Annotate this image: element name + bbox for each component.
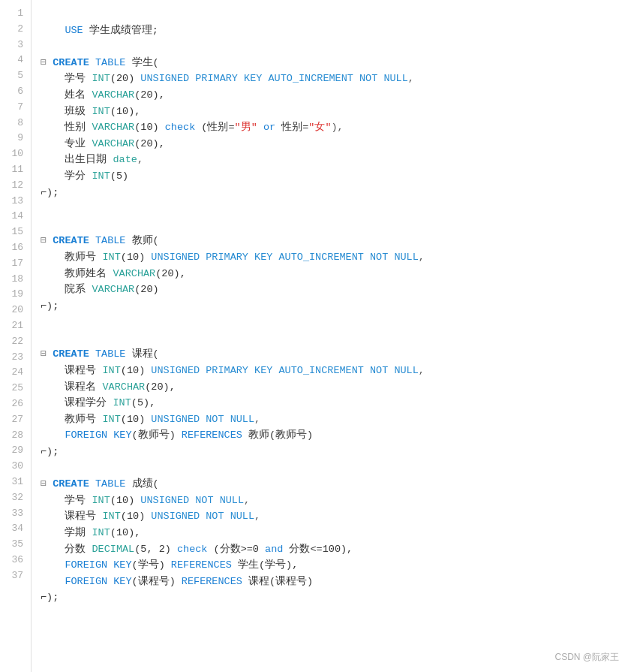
code-segment: (10) [110, 495, 141, 506]
code-segment: ⌐); [41, 592, 59, 603]
code-segment: TABLE [95, 348, 126, 360]
line-number: 11 [6, 162, 23, 178]
line-number: 26 [6, 396, 23, 412]
code-segment[interactable]: ⊟ [41, 235, 53, 246]
code-segment: VARCHAR [113, 268, 156, 279]
code-segment [41, 429, 65, 441]
line-number: 28 [6, 428, 23, 444]
code-segment: (20) [110, 73, 141, 84]
code-segment[interactable]: ⊟ [41, 348, 53, 360]
line-number: 34 [6, 521, 23, 537]
line-number: 23 [6, 350, 23, 366]
code-segment: (10) [121, 414, 152, 425]
line-number: 32 [6, 490, 23, 506]
code-segment: , [408, 73, 414, 84]
code-segment: (20), [134, 89, 165, 101]
code-segment [89, 57, 95, 68]
code-segment: 教师(教师号) [242, 429, 313, 441]
line-number: 25 [6, 381, 23, 396]
code-segment: 课程号 [41, 511, 103, 522]
code-segment: 成绩( [125, 478, 158, 490]
code-segment: (20), [155, 268, 186, 279]
line-number: 37 [6, 568, 23, 584]
code-segment: "女" [308, 122, 331, 133]
code-segment: 性别 [41, 122, 92, 133]
line-number: 8 [6, 116, 23, 131]
code-segment: INT [103, 252, 121, 263]
code-segment: 教师号 [41, 414, 103, 425]
code-segment: , [137, 154, 143, 165]
line-number: 14 [6, 209, 23, 225]
code-line: ⊟ CREATE TABLE 成绩( [41, 476, 631, 493]
code-segment: 学期 [41, 527, 92, 538]
code-segment: date [113, 154, 137, 165]
code-line: 学分 INT(5) [41, 168, 631, 185]
code-segment: VARCHAR [92, 138, 135, 149]
code-segment: DECIMAL [92, 544, 135, 555]
code-segment: UNSIGNED PRIMARY KEY AUTO_INCREMENT NOT … [151, 365, 418, 376]
line-number: 5 [6, 68, 23, 84]
code-line: ⌐); [41, 444, 631, 460]
code-segment: ), [332, 122, 344, 133]
line-number: 35 [6, 537, 23, 553]
line-number: 2 [6, 22, 23, 38]
line-number: 16 [6, 240, 23, 256]
code-segment: 学号 [41, 495, 92, 506]
code-line: 专业 VARCHAR(20), [41, 136, 631, 152]
code-segment: 课程号 [41, 365, 103, 376]
code-segment: 教师( [125, 235, 158, 246]
code-segment: check [177, 544, 208, 555]
line-number: 27 [6, 412, 23, 428]
line-number: 15 [6, 225, 23, 240]
line-number: 24 [6, 365, 23, 381]
code-segment: (5) [110, 170, 128, 182]
code-line: ⊟ CREATE TABLE 课程( [41, 346, 631, 363]
code-line [41, 6, 631, 23]
code-segment [89, 235, 95, 246]
code-segment: (分数>=0 [207, 544, 265, 555]
code-area: USE 学生成绩管理; ⊟ CREATE TABLE 学生( 学号 INT(20… [32, 0, 631, 672]
code-line: ⌐); [41, 298, 631, 315]
code-segment[interactable]: ⊟ [41, 478, 53, 490]
code-segment [41, 25, 65, 36]
code-segment: ⌐); [41, 446, 59, 457]
code-segment: (5, 2) [134, 544, 177, 555]
code-segment: check [165, 122, 196, 133]
code-segment: 学生成绩管理; [83, 25, 158, 36]
code-segment: (教师号) [132, 429, 182, 441]
code-line: 院系 VARCHAR(20) [41, 282, 631, 298]
code-segment: (学号) [132, 559, 171, 571]
code-line: 班级 INT(10), [41, 104, 631, 120]
line-number: 9 [6, 131, 23, 146]
code-line: ⌐); [41, 185, 631, 201]
code-segment: (性别= [195, 122, 234, 133]
code-segment: 分数<=100), [283, 544, 353, 555]
line-number: 1 [6, 6, 23, 22]
code-segment: INT [103, 365, 121, 376]
line-number: 7 [6, 100, 23, 116]
code-segment: "男" [235, 122, 257, 133]
code-line: 学号 INT(10) UNSIGNED NOT NULL, [41, 493, 631, 509]
code-segment [257, 122, 263, 133]
code-segment: TABLE [95, 57, 126, 68]
code-segment: 课程( [125, 348, 158, 360]
code-segment: INT [92, 170, 110, 182]
code-line: 性别 VARCHAR(10) check (性别="男" or 性别="女"), [41, 119, 631, 136]
code-segment: 出生日期 [41, 154, 113, 165]
code-line: 课程号 INT(10) UNSIGNED PRIMARY KEY AUTO_IN… [41, 363, 631, 379]
code-segment: INT [103, 414, 121, 425]
code-segment: 教师姓名 [41, 268, 113, 279]
code-segment: TABLE [95, 478, 126, 490]
code-segment: VARCHAR [92, 122, 135, 133]
code-segment[interactable]: ⊟ [41, 57, 53, 68]
code-segment: VARCHAR [92, 89, 135, 101]
code-segment: (10) [121, 511, 152, 522]
code-segment: INT [92, 106, 110, 117]
code-line: 课程名 VARCHAR(20), [41, 379, 631, 396]
code-segment: or [263, 122, 275, 133]
code-segment: (20), [145, 381, 176, 393]
line-number: 4 [6, 53, 23, 68]
code-line [41, 314, 631, 330]
code-line: ⌐); [41, 589, 631, 606]
code-line [41, 460, 631, 477]
